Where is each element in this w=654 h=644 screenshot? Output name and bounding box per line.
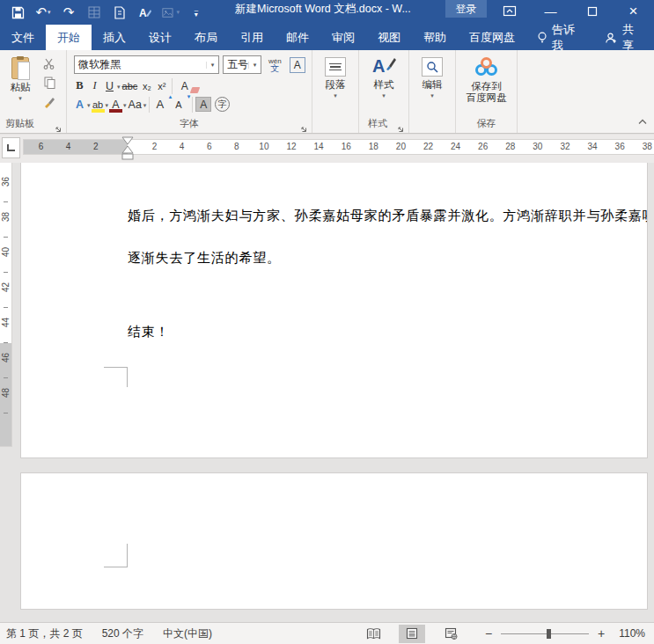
- change-case-dropdown-icon[interactable]: ▾: [143, 102, 147, 109]
- change-case-button[interactable]: Aa: [127, 96, 143, 113]
- web-layout-button[interactable]: [437, 625, 464, 643]
- undo-icon[interactable]: ↶▾: [34, 4, 52, 21]
- paragraph-button[interactable]: 段落 ▾: [312, 54, 358, 99]
- zoom-percentage[interactable]: 110%: [608, 627, 645, 640]
- collapse-ribbon-icon[interactable]: [636, 113, 649, 129]
- word-count-status[interactable]: 520 个字: [102, 626, 143, 641]
- page-1[interactable]: 婚后，方鸿渐夫妇与方家、孙柔嘉姑母家的矛盾暴露并激化。方鸿渐辞职并与孙柔嘉吵 逐…: [21, 163, 647, 457]
- character-border-button[interactable]: A: [290, 57, 305, 73]
- font-name-dropdown-icon[interactable]: ▾: [206, 62, 218, 69]
- ribbon-tab[interactable]: 帮助: [412, 25, 458, 50]
- page-number-status[interactable]: 第 1 页，共 2 页: [6, 626, 83, 641]
- character-shading-button[interactable]: A: [195, 97, 211, 112]
- language-status[interactable]: 中文(中国): [163, 626, 212, 641]
- document-area: 36 38 40 42 44: [0, 163, 654, 622]
- ribbon-tab[interactable]: 引用: [229, 25, 275, 50]
- bold-button[interactable]: B: [72, 77, 87, 94]
- new-page-icon[interactable]: [111, 4, 129, 21]
- ribbon-tab[interactable]: 邮件: [275, 25, 320, 50]
- zoom-out-icon[interactable]: −: [481, 626, 496, 640]
- customize-qat-icon[interactable]: –▾: [187, 4, 205, 21]
- ribbon-tab[interactable]: 视图: [366, 25, 412, 50]
- shrink-font-button[interactable]: A▼: [171, 96, 186, 113]
- ribbon-tab[interactable]: 百度网盘: [458, 25, 526, 50]
- page-2[interactable]: [21, 473, 647, 609]
- vertical-ruler[interactable]: 36 38 40 42 44: [0, 163, 11, 446]
- tabbar-right: 告诉我 共享: [526, 25, 654, 50]
- enclose-characters-button[interactable]: 字: [215, 97, 230, 112]
- editing-dropdown-icon[interactable]: ▾: [430, 92, 434, 99]
- ribbon-tab[interactable]: 布局: [183, 25, 229, 50]
- copy-icon[interactable]: [40, 75, 58, 91]
- save-group: 保存到 百度网盘 保存: [456, 50, 518, 133]
- font-name-combo[interactable]: 微软雅黑 ▾: [74, 55, 219, 74]
- ribbon-tab[interactable]: 插入: [92, 25, 137, 50]
- phonetic-guide-button[interactable]: wén 文: [268, 58, 282, 72]
- tab-stop-selector[interactable]: [2, 137, 20, 158]
- ribbon-tab[interactable]: 设计: [137, 25, 183, 50]
- hanging-indent-marker: [122, 146, 133, 153]
- ruler-band[interactable]: 642 2468101214161820222426283032343638: [24, 140, 654, 154]
- document-text-line-3[interactable]: 结束！: [128, 324, 169, 340]
- highlight-button[interactable]: ab: [91, 96, 106, 113]
- grow-font-button[interactable]: A▲: [152, 96, 167, 113]
- ruler-numbers: 2468101214161820222426283032343638: [141, 140, 654, 154]
- font-group-label: 字体: [67, 117, 312, 130]
- ribbon-empty-area: [518, 50, 654, 133]
- save-to-baidu-button[interactable]: 保存到 百度网盘: [456, 54, 517, 104]
- strikethrough-button[interactable]: abc: [121, 77, 140, 94]
- document-text-line-2[interactable]: 逐渐失去了生活的希望。: [128, 250, 281, 267]
- undo-dropdown-icon[interactable]: ▾: [48, 9, 51, 16]
- clipboard-dialog-launcher-icon[interactable]: [54, 121, 62, 129]
- subscript-button[interactable]: x₂: [139, 77, 154, 94]
- format-painter-icon[interactable]: [40, 94, 58, 110]
- font-size-dropdown-icon[interactable]: ▾: [248, 62, 261, 69]
- font-dialog-launcher-icon[interactable]: [299, 121, 308, 129]
- ribbon-display-options-icon[interactable]: [489, 0, 530, 22]
- ribbon-tab[interactable]: 文件: [0, 25, 46, 50]
- ribbon-tab[interactable]: 开始: [46, 25, 92, 50]
- font-row-3: A ▾ ab ▾ A ▾ Aa ▾ A▲ A▼ A: [72, 96, 230, 113]
- styles-dialog-launcher-icon[interactable]: [396, 121, 405, 129]
- redo-icon[interactable]: ↷: [60, 4, 77, 21]
- paste-clipboard-icon: [11, 57, 29, 79]
- zoom-slider[interactable]: [501, 633, 589, 634]
- editing-button[interactable]: 编辑 ▾: [409, 54, 455, 99]
- clear-formatting-button[interactable]: A: [177, 77, 192, 94]
- share-button[interactable]: 共享: [594, 22, 654, 54]
- print-layout-icon: [406, 627, 418, 640]
- print-layout-button[interactable]: [399, 625, 425, 643]
- minimize-icon[interactable]: —: [530, 0, 571, 22]
- styles-button[interactable]: A 样式 ▾: [359, 52, 408, 99]
- font-style-icon[interactable]: A: [136, 4, 154, 21]
- styles-dropdown-icon[interactable]: ▾: [382, 92, 386, 99]
- highlight-color-bar: [92, 109, 105, 113]
- paste-dropdown-icon[interactable]: ▾: [18, 95, 22, 102]
- ribbon-tab[interactable]: 审阅: [320, 25, 366, 50]
- paragraph-dropdown-icon[interactable]: ▾: [334, 92, 337, 99]
- font-size-combo[interactable]: 五号 ▾: [223, 55, 261, 74]
- vertical-ruler-numbers: 36 38 40 42 44: [0, 175, 11, 421]
- save-icon[interactable]: [9, 4, 26, 21]
- font-row-combos: 微软雅黑 ▾ 五号 ▾ wén 文 A: [74, 55, 305, 74]
- baidu-netdisk-icon: [474, 57, 500, 78]
- zoom-slider-thumb[interactable]: [547, 629, 551, 639]
- superscript-button[interactable]: x²: [154, 77, 169, 94]
- login-button[interactable]: 登录: [445, 0, 487, 18]
- text-effects-button[interactable]: A: [72, 96, 87, 113]
- indent-markers[interactable]: [121, 136, 135, 165]
- styles-icon: A: [372, 55, 395, 77]
- font-color-button[interactable]: A: [108, 96, 123, 113]
- cut-icon[interactable]: [40, 55, 58, 71]
- maximize-icon[interactable]: [571, 0, 613, 22]
- italic-button[interactable]: I: [87, 77, 102, 94]
- zoom-in-icon[interactable]: +: [594, 626, 608, 640]
- underline-button[interactable]: U: [102, 77, 117, 94]
- close-icon[interactable]: ×: [613, 0, 654, 22]
- tell-me-button[interactable]: 告诉我: [526, 22, 594, 54]
- horizontal-ruler[interactable]: 642 2468101214161820222426283032343638: [0, 135, 654, 163]
- paste-button[interactable]: 粘贴 ▾: [4, 54, 37, 102]
- read-mode-button[interactable]: [360, 625, 386, 643]
- paragraph-lines-icon: [325, 57, 346, 77]
- document-text-line-1[interactable]: 婚后，方鸿渐夫妇与方家、孙柔嘉姑母家的矛盾暴露并激化。方鸿渐辞职并与孙柔嘉吵: [128, 208, 647, 224]
